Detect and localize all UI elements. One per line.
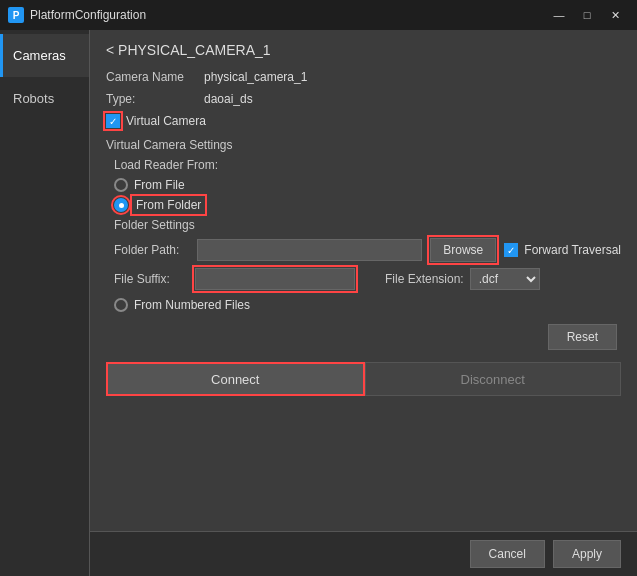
camera-name-value: physical_camera_1 [204, 70, 307, 84]
main-container: Cameras Robots < PHYSICAL_CAMERA_1 Camer… [0, 30, 637, 576]
connect-disconnect-row: Connect Disconnect [106, 362, 621, 396]
sidebar-item-cameras[interactable]: Cameras [0, 34, 89, 77]
from-folder-radio[interactable] [114, 198, 128, 212]
type-value: daoai_ds [204, 92, 253, 106]
type-row: Type: daoai_ds [106, 92, 621, 106]
file-suffix-label: File Suffix: [114, 272, 189, 286]
disconnect-button: Disconnect [365, 362, 622, 396]
file-extension-row: File Extension: .dcf [385, 268, 540, 290]
title-bar: P PlatformConfiguration — □ ✕ [0, 0, 637, 30]
folder-path-row: Folder Path: Browse ✓ Forward Traversal [106, 238, 621, 262]
window-controls: — □ ✕ [545, 4, 629, 26]
file-extension-select[interactable]: .dcf [470, 268, 540, 290]
virtual-camera-label: Virtual Camera [126, 114, 206, 128]
folder-settings-label: Folder Settings [106, 218, 621, 232]
virtual-camera-row: ✓ Virtual Camera [106, 114, 621, 128]
from-numbered-files-row: From Numbered Files [106, 298, 621, 312]
load-reader-label: Load Reader From: [106, 158, 621, 172]
type-label: Type: [106, 92, 196, 106]
from-file-radio[interactable] [114, 178, 128, 192]
sidebar: Cameras Robots [0, 30, 90, 576]
panel-title[interactable]: < PHYSICAL_CAMERA_1 [106, 42, 621, 58]
file-extension-label: File Extension: [385, 272, 464, 286]
panel-content: < PHYSICAL_CAMERA_1 Camera Name physical… [90, 30, 637, 531]
folder-path-input[interactable] [197, 239, 422, 261]
forward-traversal-checkbox[interactable]: ✓ [504, 243, 518, 257]
virtual-camera-settings-label: Virtual Camera Settings [106, 138, 621, 152]
sidebar-item-robots[interactable]: Robots [0, 77, 89, 120]
folder-path-label: Folder Path: [114, 243, 189, 257]
from-folder-label: From Folder [134, 198, 203, 212]
forward-traversal-label: Forward Traversal [524, 243, 621, 257]
from-numbered-files-label: From Numbered Files [134, 298, 250, 312]
app-icon: P [8, 7, 24, 23]
connect-button[interactable]: Connect [106, 362, 365, 396]
browse-button[interactable]: Browse [430, 238, 496, 262]
apply-button[interactable]: Apply [553, 540, 621, 568]
reset-button[interactable]: Reset [548, 324, 617, 350]
from-numbered-files-radio[interactable] [114, 298, 128, 312]
camera-name-row: Camera Name physical_camera_1 [106, 70, 621, 84]
camera-name-label: Camera Name [106, 70, 196, 84]
reset-row: Reset [106, 324, 621, 350]
from-file-label: From File [134, 178, 185, 192]
close-button[interactable]: ✕ [601, 4, 629, 26]
window-title: PlatformConfiguration [30, 8, 146, 22]
maximize-button[interactable]: □ [573, 4, 601, 26]
cancel-button[interactable]: Cancel [470, 540, 545, 568]
bottom-bar: Cancel Apply [90, 531, 637, 576]
suffix-ext-row: File Suffix: File Extension: .dcf [106, 268, 621, 290]
title-bar-left: P PlatformConfiguration [8, 7, 146, 23]
minimize-button[interactable]: — [545, 4, 573, 26]
file-suffix-input[interactable] [195, 268, 355, 290]
from-folder-row: From Folder [106, 198, 621, 212]
virtual-camera-checkbox[interactable]: ✓ [106, 114, 120, 128]
forward-traversal-row: ✓ Forward Traversal [504, 243, 621, 257]
content-area: < PHYSICAL_CAMERA_1 Camera Name physical… [90, 30, 637, 576]
from-file-row: From File [106, 178, 621, 192]
